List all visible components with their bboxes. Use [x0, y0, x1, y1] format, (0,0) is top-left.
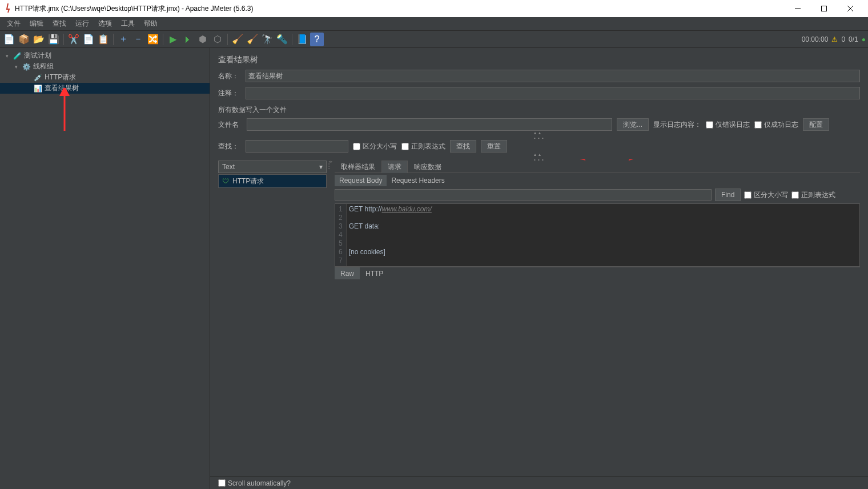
svg-rect-1 [822, 6, 827, 11]
menu-run[interactable]: 运行 [71, 18, 94, 30]
shutdown-icon[interactable]: ⬡ [211, 33, 224, 46]
regex-checkbox[interactable]: 正则表达式 [401, 142, 445, 151]
titlebar: HTTP请求.jmx (C:\Users\wqe\Desktop\HTTP请求.… [0, 0, 868, 17]
tab-http[interactable]: HTTP [360, 267, 389, 279]
app-icon [5, 3, 11, 14]
collapse-icon[interactable]: － [131, 33, 145, 46]
case-sensitive-checkbox[interactable]: 区分大小写 [353, 142, 397, 151]
find-regex-checkbox[interactable]: 正则表达式 [791, 190, 835, 200]
tab-sampler-result[interactable]: 取样器结果 [335, 161, 381, 173]
start-icon[interactable]: ▶ [166, 33, 180, 46]
menu-file[interactable]: 文件 [2, 18, 25, 30]
filename-input[interactable] [247, 118, 612, 131]
close-button[interactable] [837, 0, 863, 17]
subtab-headers[interactable]: Request Headers [387, 175, 449, 186]
horizontal-splitter-2[interactable]: ▴ ▴• • • [210, 155, 868, 159]
find-case-checkbox[interactable]: 区分大小写 [744, 190, 788, 200]
tree-toggle-icon[interactable]: ▾ [3, 53, 10, 59]
gear-icon: ⚙️ [22, 62, 31, 71]
results-list[interactable]: 🛡 HTTP请求 [218, 174, 327, 188]
request-subtabs: Request Body Request Headers [335, 175, 860, 186]
clear-all-icon[interactable]: 🧹 [246, 33, 259, 46]
reset-button[interactable]: 重置 [481, 140, 507, 153]
error-count: 0 [841, 35, 845, 43]
show-log-label: 显示日志内容： [653, 120, 701, 130]
pipette-icon: 💉 [33, 73, 42, 82]
results-tree-panel: 查看结果树 名称： 注释： 所有数据写入一个文件 文件名 浏览... 显示日志内… [210, 48, 868, 489]
menu-edit[interactable]: 编辑 [25, 18, 48, 30]
horizontal-splitter[interactable]: ▴ ▴• • • [210, 133, 868, 138]
only-errors-checkbox[interactable]: 仅错误日志 [706, 120, 750, 130]
new-icon[interactable]: 📄 [2, 33, 16, 46]
menu-tools[interactable]: 工具 [116, 18, 139, 30]
comment-input[interactable] [246, 87, 860, 99]
expand-icon[interactable]: ＋ [116, 33, 130, 46]
flask-icon: 🧪 [13, 51, 22, 61]
function-helper-icon[interactable]: 📘 [295, 33, 309, 46]
search-label: 查找： [218, 142, 241, 151]
toggle-icon[interactable]: 🔀 [146, 33, 160, 46]
minimize-button[interactable] [785, 0, 811, 17]
find-button[interactable]: Find [715, 189, 741, 201]
elapsed-time: 00:00:00 [802, 35, 829, 43]
success-icon: 🛡 [222, 177, 229, 185]
tree-view-results[interactable]: 📊 查看结果树 [0, 83, 210, 94]
stop-icon[interactable]: ⬢ [196, 33, 210, 46]
reset-search-icon[interactable]: 🔦 [275, 33, 289, 46]
request-body-viewer[interactable]: 1234567 GET http://www.baidu.com/ GET da… [335, 203, 860, 267]
line-gutter: 1234567 [335, 204, 347, 266]
write-section-label: 所有数据写入一个文件 [210, 102, 868, 116]
tree-toggle-icon[interactable]: ▾ [13, 64, 19, 70]
scroll-auto-checkbox[interactable]: Scroll automatically? [218, 479, 291, 487]
subtab-body[interactable]: Request Body [335, 175, 387, 186]
only-success-checkbox[interactable]: 仅成功日志 [754, 120, 798, 130]
tree-http-request[interactable]: 💉 HTTP请求 [0, 72, 210, 83]
toolbar: 📄 📦 📂 💾 ✂️ 📄 📋 ＋ － 🔀 ▶ ⏵ ⬢ ⬡ 🧹 🧹 🔭 🔦 📘 ?… [0, 31, 868, 48]
filename-label: 文件名 [218, 120, 242, 130]
menu-help[interactable]: 帮助 [139, 18, 162, 30]
paste-icon[interactable]: 📋 [97, 33, 110, 46]
search-button[interactable]: 查找 [450, 140, 476, 153]
cut-icon[interactable]: ✂️ [67, 33, 81, 46]
name-label: 名称： [218, 71, 241, 81]
chart-icon: 📊 [33, 84, 42, 93]
status-icon: ● [862, 35, 866, 43]
renderer-dropdown[interactable]: Text ▾ [218, 161, 327, 173]
open-icon[interactable]: 📂 [32, 33, 46, 46]
tab-response[interactable]: 响应数据 [408, 161, 448, 173]
warning-icon[interactable]: ⚠ [831, 35, 838, 43]
clear-icon[interactable]: 🧹 [231, 33, 244, 46]
name-input[interactable] [246, 70, 860, 82]
tab-raw[interactable]: Raw [335, 267, 360, 279]
window-title: HTTP请求.jmx (C:\Users\wqe\Desktop\HTTP请求.… [15, 4, 253, 14]
help-icon[interactable]: ? [310, 33, 324, 46]
code-content[interactable]: GET http://www.baidu.com/ GET data: [no … [347, 204, 434, 266]
annotation-arrow-icon [56, 88, 73, 134]
vertical-splitter[interactable]: ◂▸••• [329, 161, 332, 170]
panel-title: 查看结果树 [210, 48, 868, 67]
copy-icon[interactable]: 📄 [82, 33, 95, 46]
browse-button[interactable]: 浏览... [617, 118, 649, 131]
test-plan-tree[interactable]: ▾ 🧪 测试计划 ▾ ⚙️ 线程组 💉 HTTP请求 📊 查看结果树 [0, 48, 210, 489]
start-no-pause-icon[interactable]: ⏵ [181, 33, 195, 46]
result-item[interactable]: 🛡 HTTP请求 [219, 175, 326, 187]
tab-request[interactable]: 请求 [381, 161, 408, 173]
tree-test-plan[interactable]: ▾ 🧪 测试计划 [0, 50, 210, 61]
search-input[interactable] [246, 140, 348, 153]
comment-label: 注释： [218, 89, 241, 98]
find-input[interactable] [335, 189, 712, 201]
chevron-down-icon: ▾ [319, 163, 323, 171]
result-tabs: 取样器结果 请求 响应数据 [335, 161, 860, 173]
search-icon[interactable]: 🔭 [260, 33, 274, 46]
menu-options[interactable]: 选项 [94, 18, 116, 30]
save-icon[interactable]: 💾 [47, 33, 61, 46]
view-mode-tabs: Raw HTTP [335, 267, 860, 279]
templates-icon[interactable]: 📦 [17, 33, 31, 46]
menubar: 文件 编辑 查找 运行 选项 工具 帮助 [0, 17, 868, 31]
thread-count: 0/1 [849, 35, 858, 43]
menu-search[interactable]: 查找 [48, 18, 71, 30]
configure-button[interactable]: 配置 [803, 118, 829, 131]
maximize-button[interactable] [811, 0, 837, 17]
tree-thread-group[interactable]: ▾ ⚙️ 线程组 [0, 61, 210, 72]
